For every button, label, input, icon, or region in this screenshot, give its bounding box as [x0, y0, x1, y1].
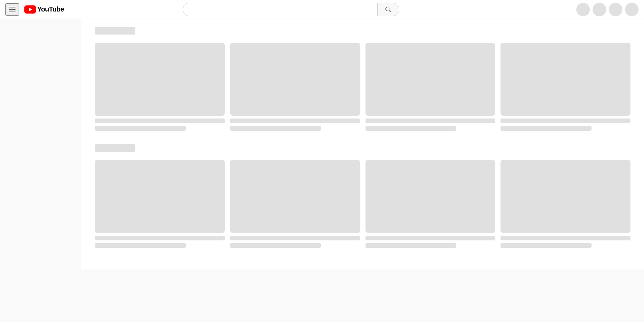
app-body — [0, 19, 644, 270]
video-card-1-1 — [95, 43, 225, 131]
video-meta-2-4 — [501, 243, 592, 248]
video-meta-2-2 — [230, 243, 321, 248]
video-card-1-3 — [365, 43, 495, 131]
video-card-2-4 — [501, 160, 630, 248]
video-thumbnail-2-2 — [230, 160, 360, 233]
sidebar — [0, 19, 81, 322]
video-meta-1-1 — [95, 126, 186, 131]
video-grid-1 — [95, 43, 630, 131]
header-left: YouTube — [5, 3, 87, 16]
video-meta-1-2 — [230, 126, 321, 131]
main-content — [81, 19, 644, 270]
video-card-1-2 — [230, 43, 360, 131]
logo[interactable]: YouTube — [24, 5, 64, 14]
video-thumbnail-1-3 — [365, 43, 495, 116]
video-title-1-2 — [230, 119, 360, 123]
notifications-button[interactable] — [576, 3, 590, 16]
video-title-2-1 — [95, 236, 225, 240]
video-card-2-1 — [95, 160, 225, 248]
apps-button[interactable] — [593, 3, 606, 16]
header-center — [168, 3, 415, 16]
video-meta-2-3 — [365, 243, 457, 248]
youtube-logo-icon — [24, 5, 36, 14]
section-1 — [95, 27, 630, 131]
video-thumbnail-1-4 — [501, 43, 630, 116]
video-card-2-2 — [230, 160, 360, 248]
video-meta-1-4 — [501, 126, 592, 131]
section-2 — [95, 144, 630, 248]
video-grid-2 — [95, 160, 630, 248]
video-title-1-3 — [365, 119, 495, 123]
video-title-2-4 — [501, 236, 630, 240]
video-thumbnail-2-3 — [365, 160, 495, 233]
account-button[interactable] — [625, 3, 639, 16]
video-thumbnail-2-4 — [501, 160, 630, 233]
video-title-1-4 — [501, 119, 630, 123]
search-icon — [385, 6, 392, 13]
menu-button[interactable] — [5, 3, 19, 16]
logo-text: YouTube — [37, 5, 64, 13]
settings-button[interactable] — [609, 3, 622, 16]
search-input[interactable] — [183, 3, 377, 16]
section-2-title-skeleton — [95, 144, 135, 152]
search-container — [183, 3, 399, 16]
video-title-1-1 — [95, 119, 225, 123]
section-1-title-skeleton — [95, 27, 135, 35]
search-button[interactable] — [377, 3, 399, 16]
video-card-1-4 — [501, 43, 630, 131]
video-meta-1-3 — [365, 126, 457, 131]
video-thumbnail-1-1 — [95, 43, 225, 116]
video-title-2-3 — [365, 236, 495, 240]
video-card-2-3 — [365, 160, 495, 248]
video-meta-2-1 — [95, 243, 186, 248]
header: YouTube — [0, 0, 644, 19]
header-right — [576, 3, 639, 16]
video-title-2-2 — [230, 236, 360, 240]
video-thumbnail-1-2 — [230, 43, 360, 116]
video-thumbnail-2-1 — [95, 160, 225, 233]
